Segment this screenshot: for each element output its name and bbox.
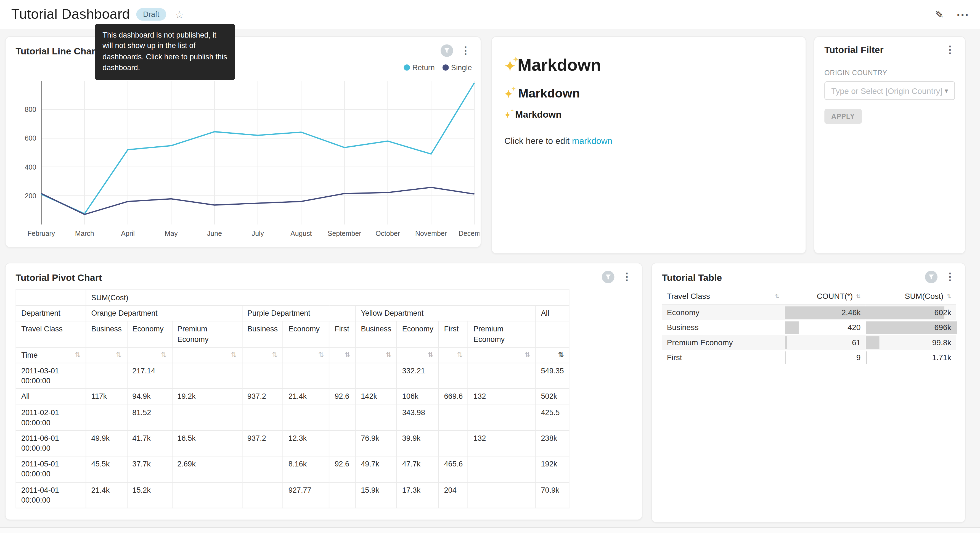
pivot-cell: 192k — [536, 456, 569, 482]
filter-indicator-icon[interactable] — [602, 271, 614, 283]
sparkles-icon: ✦✦ — [504, 56, 515, 75]
pivot-cell: 927.77 — [283, 482, 329, 508]
draft-badge[interactable]: Draft — [136, 8, 166, 21]
kebab-menu-icon[interactable]: ⋮ — [622, 272, 632, 282]
sort-icon[interactable]: ⇅ — [86, 347, 127, 363]
sort-icon[interactable]: ⇅ — [856, 293, 861, 300]
favorite-star-icon[interactable]: ☆ — [175, 8, 184, 21]
col-header-count[interactable]: COUNT(*)⇅ — [784, 288, 865, 305]
pivot-corner-cell — [16, 290, 86, 305]
cell-sum: 602k — [866, 305, 956, 320]
legend-item-single[interactable]: Single — [442, 63, 472, 72]
pivot-cell — [242, 363, 283, 389]
filter-card: Tutorial Filter ⋮ ORIGIN COUNTRY Type or… — [814, 36, 966, 254]
pivot-cell — [283, 405, 329, 431]
pivot-cell — [242, 482, 283, 508]
pivot-row-label: 2011-05-01 00:00:00 — [16, 456, 86, 482]
sort-icon[interactable]: ⇅ — [172, 347, 242, 363]
pivot-cell: 465.6 — [439, 456, 468, 482]
pivot-cell: 17.3k — [397, 482, 439, 508]
pivot-cell — [468, 456, 536, 482]
filter-indicator-icon[interactable] — [441, 45, 453, 57]
sort-icon[interactable]: ⇅ — [468, 347, 536, 363]
table-card: Tutorial Table ⋮ Travel Class⇅COUNT(*)⇅S… — [651, 263, 966, 523]
pivot-cell: 94.9k — [127, 389, 172, 405]
more-menu-icon[interactable]: ⋯ — [956, 7, 969, 22]
filter-indicator-icon[interactable] — [925, 271, 937, 283]
pivot-cell: 2.69k — [172, 456, 242, 482]
pivot-col-header: Business — [356, 321, 397, 347]
pivot-row-label: 2011-06-01 00:00:00 — [16, 431, 86, 456]
pivot-chart-card: Tutorial Pivot Chart ⋮ SUM(Cost)Departme… — [5, 263, 643, 520]
pivot-metric-header: SUM(Cost) — [86, 290, 569, 305]
dashboard-page: Tutorial Dashboard Draft ☆ ✎ ⋯ This dash… — [0, 0, 980, 533]
legend-dot — [442, 64, 449, 71]
funnel-icon — [928, 274, 934, 280]
svg-text:February: February — [28, 230, 55, 237]
kebab-menu-icon[interactable]: ⋮ — [945, 272, 955, 282]
pivot-col-header: Economy — [397, 321, 439, 347]
sort-icon[interactable]: ⇅ — [947, 293, 951, 300]
pivot-row: 2011-05-01 00:00:0045.5k37.7k2.69k8.16k9… — [16, 456, 569, 482]
pivot-cell: 106k — [397, 389, 439, 405]
sort-icon[interactable]: ⇅ — [329, 347, 356, 363]
svg-text:December: December — [458, 230, 479, 237]
kebab-menu-icon[interactable]: ⋮ — [461, 46, 471, 56]
pivot-cell — [283, 363, 329, 389]
table-row: Premium Economy6199.8k — [662, 335, 956, 349]
pivot-cell: 502k — [536, 389, 569, 405]
sort-icon[interactable]: ⇅ — [356, 347, 397, 363]
pivot-cell: 117k — [86, 389, 127, 405]
line-chart-card: Tutorial Line Chart ⋮ ReturnSingle 20040… — [5, 36, 481, 247]
line-chart[interactable]: 200400600800FebruaryMarchAprilMayJuneJul… — [7, 72, 479, 246]
sum-bar — [866, 336, 879, 348]
origin-country-select[interactable]: Type or Select [Origin Country] ▾ — [824, 81, 955, 100]
kebab-menu-icon[interactable]: ⋮ — [945, 45, 955, 55]
data-table-container: Travel Class⇅COUNT(*)⇅SUM(Cost)⇅Economy2… — [662, 288, 955, 365]
legend-item-return[interactable]: Return — [404, 63, 435, 72]
pivot-row: 2011-02-01 00:00:0081.52343.98425.5 — [16, 405, 569, 431]
pivot-cell: 15.2k — [127, 482, 172, 508]
sort-icon[interactable]: ⇅ — [242, 347, 283, 363]
data-table: Travel Class⇅COUNT(*)⇅SUM(Cost)⇅Economy2… — [662, 288, 956, 365]
pivot-cell — [172, 482, 242, 508]
pivot-cell — [439, 405, 468, 431]
sort-icon[interactable]: ⇅ — [775, 293, 779, 300]
pivot-cell — [329, 405, 356, 431]
apply-button[interactable]: APPLY — [824, 109, 862, 124]
pivot-cell: 425.5 — [536, 405, 569, 431]
col-header-sum[interactable]: SUM(Cost)⇅ — [866, 288, 956, 305]
edit-pencil-icon[interactable]: ✎ — [935, 8, 943, 21]
pivot-row: 2011-03-01 00:00:00217.14332.21549.35 — [16, 363, 569, 389]
svg-text:March: March — [75, 230, 94, 237]
pivot-col-header: Premium Economy — [468, 321, 536, 347]
markdown-card: ✦✦Markdown ✦✦ Markdown ✦✦ Markdown Click… — [492, 36, 807, 254]
markdown-link[interactable]: markdown — [572, 136, 612, 145]
sort-icon[interactable]: ⇅ — [536, 347, 569, 363]
sort-icon[interactable]: ⇅ — [283, 347, 329, 363]
pivot-group-header: All — [536, 305, 569, 321]
pivot-cell — [468, 363, 536, 389]
cell-count: 9 — [784, 350, 865, 365]
pivot-cell: 41.7k — [127, 431, 172, 456]
pivot-cell — [439, 363, 468, 389]
pivot-group-header: Orange Department — [86, 305, 242, 321]
svg-text:November: November — [415, 230, 447, 237]
sort-icon[interactable]: ⇅ — [127, 347, 172, 363]
pivot-row-label: 2011-03-01 00:00:00 — [16, 363, 86, 389]
sort-icon[interactable]: ⇅ — [75, 350, 81, 359]
pivot-cell — [86, 405, 127, 431]
sort-icon[interactable]: ⇅ — [439, 347, 468, 363]
svg-text:May: May — [165, 230, 178, 237]
publish-tooltip: This dashboard is not published, it will… — [95, 24, 235, 80]
pivot-cell: 37.7k — [127, 456, 172, 482]
sort-icon[interactable]: ⇅ — [397, 347, 439, 363]
pivot-cell: 70.9k — [536, 482, 569, 508]
svg-text:September: September — [328, 230, 361, 237]
cell-travel-class: First — [662, 350, 784, 365]
col-header-travel-class[interactable]: Travel Class⇅ — [662, 288, 784, 305]
pivot-cell: 45.5k — [86, 456, 127, 482]
sum-bar — [866, 306, 945, 318]
pivot-cell — [468, 482, 536, 508]
pivot-cell: 12.3k — [283, 431, 329, 456]
